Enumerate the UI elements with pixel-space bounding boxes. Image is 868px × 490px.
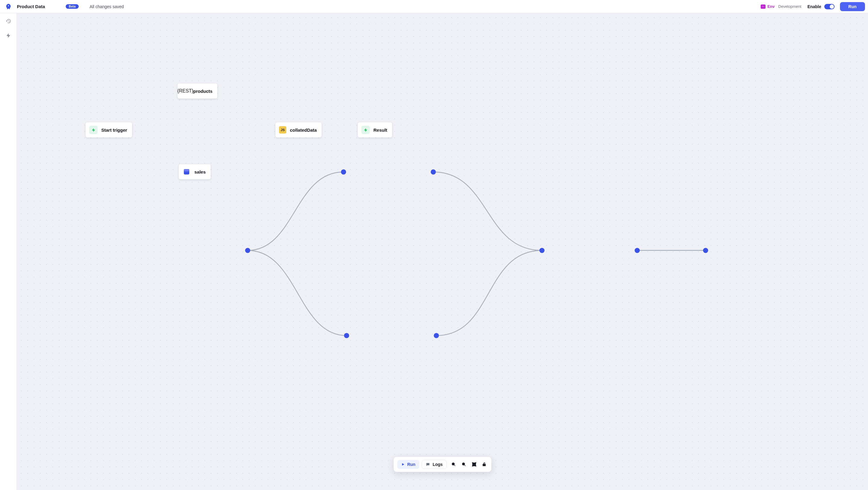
canvas-toolbar: Run Logs <box>394 457 491 472</box>
beta-badge: Beta <box>66 4 79 9</box>
node-label: Result <box>373 127 387 132</box>
run-label: Run <box>407 462 415 467</box>
svg-point-0 <box>245 248 250 253</box>
logs-icon <box>426 462 430 467</box>
javascript-icon: JS <box>279 126 286 133</box>
fit-icon <box>472 462 476 467</box>
left-sidebar <box>0 13 17 490</box>
app-logo[interactable] <box>0 0 17 13</box>
node-sales[interactable]: sales <box>179 164 211 179</box>
lock-button[interactable] <box>481 461 488 468</box>
header-right: ⋯ Env Development Enable Run <box>761 2 865 11</box>
node-label: products <box>193 89 213 94</box>
svg-rect-9 <box>184 169 189 172</box>
node-start-trigger[interactable]: Start trigger <box>86 122 132 137</box>
zoom-in-button[interactable] <box>450 461 457 468</box>
node-label: collatedData <box>290 127 317 132</box>
svg-line-11 <box>454 465 455 466</box>
node-collated-data[interactable]: JS collatedData <box>276 122 321 137</box>
svg-point-20 <box>472 466 472 466</box>
node-label: sales <box>194 170 206 175</box>
node-products[interactable]: {REST} products <box>178 84 217 98</box>
logs-label: Logs <box>433 462 442 467</box>
bolt-icon <box>89 126 98 134</box>
svg-point-2 <box>431 170 436 175</box>
play-icon <box>401 463 405 466</box>
run-button-header[interactable]: Run <box>840 2 865 11</box>
lock-open-icon <box>482 462 487 467</box>
svg-point-6 <box>635 248 640 253</box>
top-header: Product Data Beta All changes saved ⋯ En… <box>0 0 868 13</box>
rocket-icon <box>5 3 12 10</box>
svg-point-21 <box>475 466 476 466</box>
fit-view-button[interactable] <box>471 461 477 468</box>
enable-toggle[interactable] <box>824 4 835 9</box>
node-label: Start trigger <box>101 127 127 132</box>
enable-label: Enable <box>807 4 821 9</box>
svg-point-1 <box>341 170 346 175</box>
env-short-label[interactable]: Env <box>767 4 775 9</box>
history-icon <box>6 19 11 24</box>
svg-point-4 <box>434 333 439 338</box>
workflow-canvas[interactable]: Start trigger {REST} products sales JS c… <box>17 13 868 490</box>
database-icon <box>182 167 191 176</box>
env-icon: ⋯ <box>761 4 766 9</box>
svg-point-7 <box>703 248 708 253</box>
node-result[interactable]: Result <box>358 122 392 137</box>
svg-point-19 <box>475 463 476 463</box>
svg-point-3 <box>344 333 349 338</box>
workflow-title[interactable]: Product Data <box>17 4 45 9</box>
edge-layer <box>17 13 868 490</box>
run-button[interactable]: Run <box>397 460 419 469</box>
zoom-out-button[interactable] <box>461 461 467 468</box>
logs-button[interactable]: Logs <box>422 460 446 469</box>
env-name[interactable]: Development <box>778 4 801 9</box>
svg-line-15 <box>464 465 465 466</box>
header-left: Product Data Beta All changes saved <box>17 4 124 9</box>
zoom-in-icon <box>451 462 456 467</box>
triggers-button[interactable] <box>4 31 13 40</box>
save-status: All changes saved <box>90 4 124 9</box>
zoom-out-icon <box>461 462 466 467</box>
rest-icon: {REST} <box>181 87 190 95</box>
svg-rect-17 <box>472 463 476 466</box>
bolt-icon <box>6 33 11 38</box>
history-button[interactable] <box>4 17 13 25</box>
bolt-icon <box>361 126 370 134</box>
svg-point-5 <box>539 248 545 253</box>
svg-point-18 <box>472 463 472 463</box>
